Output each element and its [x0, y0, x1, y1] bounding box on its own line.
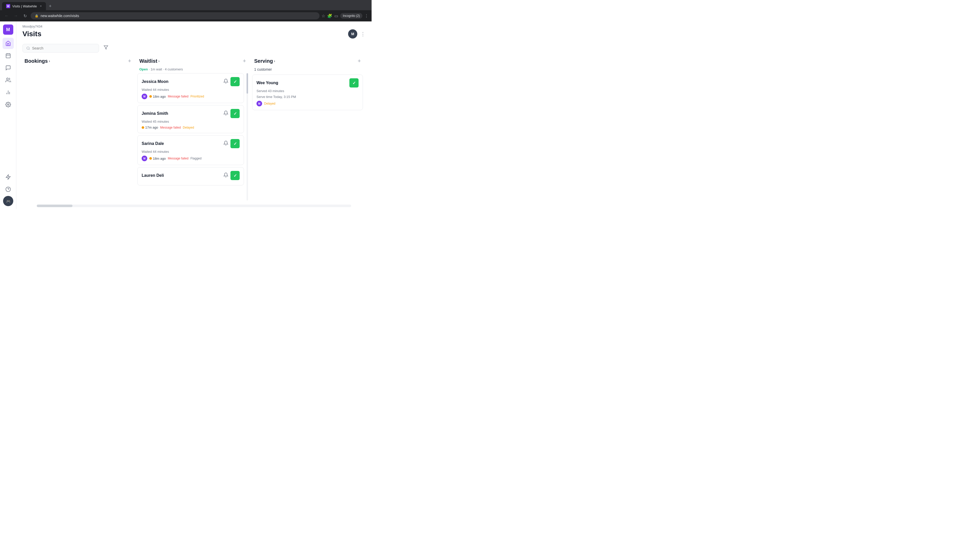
- sarina-dale-meta: M 18m ago Message failed Flagged: [142, 156, 240, 161]
- active-tab[interactable]: W Visits | Waitwhile ×: [2, 2, 46, 10]
- serving-column-title[interactable]: Serving: [254, 58, 273, 64]
- help-icon: [5, 186, 11, 192]
- main-content: Moodjoy7434 Visits M ⋮: [16, 21, 372, 209]
- more-menu-button[interactable]: ⋮: [360, 31, 366, 37]
- visit-card-wee-young[interactable]: Wee Young ✓ Served 43 minutes Serve time…: [252, 75, 363, 110]
- bookmark-button[interactable]: ☆: [321, 14, 325, 18]
- lauren-deli-check-button[interactable]: ✓: [231, 171, 240, 180]
- extensions-button[interactable]: 🧩: [327, 14, 332, 18]
- waitlist-scrollbar-thumb: [247, 73, 248, 94]
- new-tab-button[interactable]: +: [47, 3, 54, 10]
- jemina-smith-badge[interactable]: Delayed: [183, 126, 194, 129]
- bell-icon: [223, 79, 228, 84]
- waitlist-add-button[interactable]: +: [243, 58, 246, 64]
- tab-title: Visits | Waitwhile: [12, 4, 37, 8]
- kanban-board: Bookings › + Waitlist › +: [16, 56, 372, 205]
- jessica-moon-bell-button[interactable]: [223, 79, 228, 85]
- sidebar-item-messages[interactable]: [3, 62, 14, 73]
- sidebar-item-flash[interactable]: [3, 171, 14, 183]
- wee-young-meta: M Delayed: [256, 101, 359, 106]
- tab-favicon: W: [6, 4, 10, 8]
- lauren-deli-header: Lauren Deli ✓: [142, 171, 240, 180]
- sarina-dale-wait: Waited 44 minutes: [142, 150, 240, 154]
- home-icon: [5, 41, 11, 46]
- svg-marker-9: [6, 175, 10, 179]
- sarina-dale-status-dot: [149, 157, 152, 160]
- waitlist-column: Waitlist › + Open · 1m wait · 4 customer…: [135, 56, 250, 200]
- lauren-deli-bell-button[interactable]: [223, 172, 228, 179]
- jessica-moon-avatar: M: [142, 94, 147, 99]
- visit-card-sarina-dale[interactable]: Sarina Dale ✓: [137, 135, 244, 165]
- back-button[interactable]: ←: [3, 13, 10, 19]
- page-title-row: Visits M ⋮: [22, 29, 366, 41]
- jemina-smith-check-button[interactable]: ✓: [231, 109, 240, 118]
- jemina-smith-wait: Waited 45 minutes: [142, 120, 240, 124]
- serving-title-group[interactable]: Serving ›: [254, 58, 275, 64]
- tab-bar: W Visits | Waitwhile × +: [0, 0, 372, 10]
- wee-young-badge[interactable]: Delayed: [264, 102, 275, 105]
- user-avatar-sidebar[interactable]: 🎮: [3, 196, 13, 206]
- page-title: Visits: [22, 30, 41, 38]
- bookings-column-title[interactable]: Bookings: [24, 58, 48, 64]
- sarina-dale-message-status[interactable]: Message failed: [168, 157, 189, 160]
- sidebar-item-settings[interactable]: [3, 99, 14, 110]
- forward-button[interactable]: →: [12, 13, 19, 19]
- bell-icon: [223, 110, 228, 116]
- user-avatar-header[interactable]: M: [348, 29, 357, 38]
- jessica-moon-message-status[interactable]: Message failed: [168, 95, 189, 98]
- svg-marker-16: [104, 46, 108, 49]
- jessica-moon-actions: ✓: [223, 77, 240, 86]
- lauren-deli-name: Lauren Deli: [142, 173, 164, 178]
- svg-line-15: [29, 49, 30, 49]
- sarina-dale-check-button[interactable]: ✓: [231, 139, 240, 148]
- serving-add-button[interactable]: +: [358, 58, 361, 64]
- address-bar[interactable]: 🔒 new.waitwhile.com/visits: [30, 12, 320, 19]
- sidebar-item-home[interactable]: [3, 38, 14, 49]
- svg-rect-0: [6, 54, 10, 58]
- sidebar-item-users[interactable]: [3, 75, 14, 86]
- sidebar-item-help[interactable]: [3, 184, 14, 195]
- bookings-arrow-icon: ›: [49, 59, 50, 63]
- jemina-smith-message-status[interactable]: Message failed: [160, 126, 181, 129]
- jemina-smith-bell-button[interactable]: [223, 110, 228, 117]
- wee-young-serve-time: Serve time Today, 3:15 PM: [256, 95, 359, 99]
- waitlist-status: Open · 1m wait · 4 customers: [137, 67, 248, 71]
- bookings-title-group[interactable]: Bookings ›: [24, 58, 50, 64]
- horizontal-scrollbar[interactable]: [37, 205, 351, 207]
- brand-logo[interactable]: M: [3, 24, 13, 35]
- search-row: [16, 41, 372, 56]
- bell-icon: [223, 141, 228, 146]
- bookings-add-button[interactable]: +: [128, 58, 131, 64]
- serving-arrow-icon: ›: [274, 59, 275, 63]
- waitlist-title-group[interactable]: Waitlist ›: [139, 58, 159, 64]
- sarina-dale-badge[interactable]: Flagged: [190, 157, 201, 160]
- visit-card-jessica-moon[interactable]: Jessica Moon ✓: [137, 73, 244, 103]
- jessica-moon-badge[interactable]: Prioritized: [190, 95, 204, 98]
- search-bar[interactable]: [22, 44, 99, 52]
- wee-young-check-button[interactable]: ✓: [349, 78, 359, 87]
- analytics-icon: [5, 89, 11, 95]
- jemina-smith-actions: ✓: [223, 109, 240, 118]
- split-view-button[interactable]: ▭: [334, 14, 338, 18]
- sarina-dale-actions: ✓: [223, 139, 240, 148]
- waitlist-column-title[interactable]: Waitlist: [139, 58, 157, 64]
- jessica-moon-status-dot: [149, 95, 152, 98]
- sarina-dale-bell-button[interactable]: [223, 141, 228, 147]
- waitlist-arrow-icon: ›: [158, 59, 159, 63]
- wee-young-header: Wee Young ✓: [256, 78, 359, 87]
- filter-button[interactable]: [102, 44, 110, 52]
- jessica-moon-check-button[interactable]: ✓: [231, 77, 240, 86]
- incognito-button[interactable]: Incognito (2): [340, 13, 363, 19]
- svg-point-8: [7, 104, 9, 105]
- lock-icon: 🔒: [35, 14, 38, 17]
- visit-card-jemina-smith[interactable]: Jemina Smith ✓: [137, 105, 244, 133]
- search-input[interactable]: [32, 46, 95, 50]
- sidebar-item-calendar[interactable]: [3, 50, 14, 61]
- sidebar-item-analytics[interactable]: [3, 87, 14, 98]
- waitlist-scrollbar[interactable]: [247, 73, 248, 200]
- visit-card-lauren-deli[interactable]: Lauren Deli ✓: [137, 167, 244, 186]
- svg-point-4: [6, 78, 8, 80]
- browser-menu-button[interactable]: ⋮: [364, 14, 369, 18]
- reload-button[interactable]: ↻: [21, 13, 29, 19]
- tab-close-button[interactable]: ×: [40, 4, 42, 8]
